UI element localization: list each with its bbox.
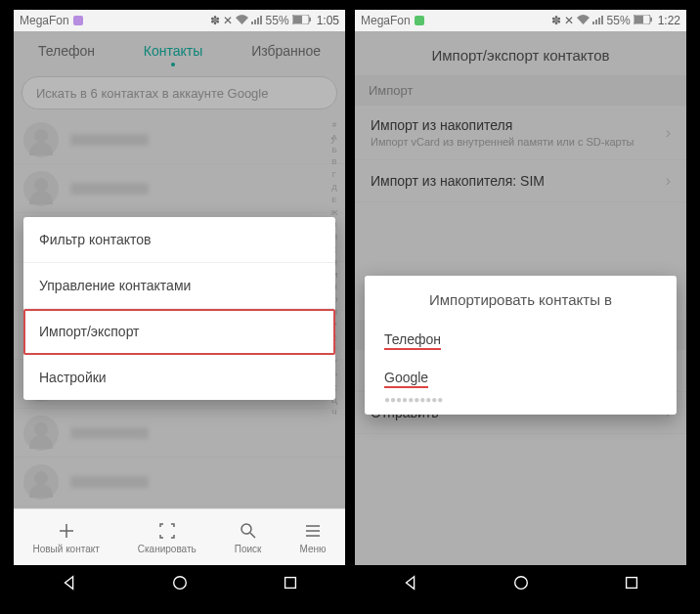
dialog-option-google-sub: ●●●●●●●●●● bbox=[365, 394, 677, 415]
svg-rect-1 bbox=[254, 20, 256, 24]
app-body: Импорт/экспорт контактов Импорт Импорт и… bbox=[355, 31, 686, 565]
bottom-bar: Новый контакт Сканировать Поиск Меню bbox=[14, 508, 345, 565]
bottom-search[interactable]: Поиск bbox=[235, 521, 262, 554]
android-nav-bar bbox=[355, 565, 686, 604]
status-bar: MegaFon ✽ ✕ 55% 1:22 bbox=[355, 10, 686, 31]
clock-label: 1:05 bbox=[317, 14, 339, 27]
mute-icon: ✕ bbox=[564, 14, 574, 27]
carrier-label: MegaFon bbox=[20, 14, 69, 27]
nav-recent[interactable] bbox=[282, 574, 299, 595]
svg-rect-18 bbox=[626, 578, 636, 589]
svg-rect-13 bbox=[601, 16, 603, 24]
dialog-option-google-label: Google bbox=[384, 370, 428, 388]
dialog-option-google[interactable]: Google bbox=[365, 356, 677, 394]
nav-home[interactable] bbox=[171, 574, 189, 595]
svg-rect-12 bbox=[598, 18, 600, 24]
bottom-menu-label: Меню bbox=[299, 544, 326, 554]
status-bar: MegaFon ✽ ✕ 55% 1:05 bbox=[14, 10, 345, 31]
svg-rect-2 bbox=[257, 18, 259, 24]
menu-filter-contacts[interactable]: Фильтр контактов bbox=[23, 217, 335, 263]
android-nav-bar bbox=[14, 565, 345, 604]
dialog-option-phone-label: Телефон bbox=[384, 331, 441, 350]
wifi-icon bbox=[577, 14, 590, 27]
bluetooth-icon: ✽ bbox=[210, 14, 220, 27]
menu-settings[interactable]: Настройки bbox=[23, 355, 335, 400]
svg-rect-6 bbox=[309, 18, 311, 22]
battery-icon bbox=[292, 14, 312, 27]
battery-label: 55% bbox=[607, 14, 631, 27]
battery-label: 55% bbox=[266, 14, 289, 27]
svg-rect-3 bbox=[260, 16, 262, 24]
search-icon bbox=[239, 521, 258, 541]
app-body: Телефон Контакты Избранное Искать в 6 ко… bbox=[14, 31, 345, 508]
bluetooth-icon: ✽ bbox=[551, 14, 561, 27]
notif-icon bbox=[415, 16, 424, 25]
dialog-option-phone[interactable]: Телефон bbox=[365, 318, 677, 356]
bottom-search-label: Поиск bbox=[235, 544, 262, 554]
bottom-new-label: Новый контакт bbox=[32, 544, 99, 554]
screenshot-right: MegaFon ✽ ✕ 55% 1:22 Импорт/экспорт конт… bbox=[355, 10, 686, 604]
svg-rect-5 bbox=[293, 16, 302, 23]
bottom-menu[interactable]: Меню bbox=[299, 521, 326, 554]
menu-manage-contacts[interactable]: Управление контактами bbox=[23, 263, 335, 309]
nav-home[interactable] bbox=[512, 574, 530, 595]
svg-point-7 bbox=[241, 524, 251, 534]
dialog-title: Импортировать контакты в bbox=[365, 276, 677, 318]
signal-icon bbox=[592, 14, 604, 27]
screenshot-left: MegaFon ✽ ✕ 55% 1:05 Телефон Контакты bbox=[14, 10, 345, 604]
battery-icon bbox=[634, 14, 653, 27]
carrier-label: MegaFon bbox=[361, 14, 411, 27]
svg-rect-9 bbox=[284, 578, 295, 589]
menu-icon bbox=[303, 521, 323, 541]
signal-icon bbox=[251, 14, 263, 27]
svg-point-17 bbox=[514, 577, 527, 590]
mute-icon: ✕ bbox=[223, 14, 233, 27]
import-target-dialog: Импортировать контакты в Телефон Google … bbox=[365, 276, 677, 415]
nav-recent[interactable] bbox=[623, 574, 640, 595]
nav-back[interactable] bbox=[402, 574, 419, 595]
bottom-scan[interactable]: Сканировать bbox=[138, 521, 197, 554]
svg-point-8 bbox=[173, 577, 186, 590]
menu-import-export[interactable]: Импорт/экспорт bbox=[23, 309, 335, 355]
svg-rect-0 bbox=[251, 22, 253, 24]
svg-rect-11 bbox=[595, 20, 597, 24]
bottom-new-contact[interactable]: Новый контакт bbox=[32, 521, 99, 554]
options-menu: Фильтр контактов Управление контактами И… bbox=[23, 217, 335, 400]
clock-label: 1:22 bbox=[658, 14, 680, 27]
plus-icon bbox=[57, 521, 76, 541]
svg-rect-10 bbox=[592, 22, 594, 24]
wifi-icon bbox=[236, 14, 248, 27]
svg-rect-15 bbox=[634, 16, 643, 23]
notif-icon bbox=[73, 16, 83, 25]
bottom-scan-label: Сканировать bbox=[138, 544, 197, 554]
nav-back[interactable] bbox=[61, 574, 78, 595]
scan-icon bbox=[157, 521, 177, 541]
svg-rect-16 bbox=[650, 18, 652, 22]
